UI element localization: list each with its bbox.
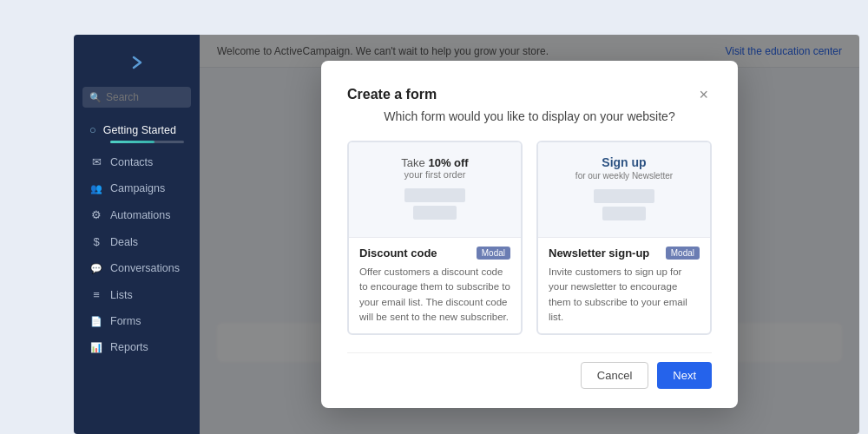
newsletter-preview: Sign up for our weekly Newsletter xyxy=(538,142,710,238)
sidebar-item-getting-started[interactable]: ○ Getting Started xyxy=(77,118,196,148)
newsletter-card-title: Newsletter sign-up xyxy=(549,247,649,260)
modal-overlay: Create a form × Which form would you lik… xyxy=(200,35,859,434)
discount-code-card[interactable]: Take 10% off your first order Discount c… xyxy=(347,141,523,335)
cancel-button[interactable]: Cancel xyxy=(581,362,648,389)
preview-percent-text: 10% off xyxy=(428,156,468,169)
sidebar-item-conversations[interactable]: 💬 Conversations xyxy=(77,255,196,281)
sidebar-item-automations[interactable]: ⚙ Automations xyxy=(77,201,196,228)
getting-started-icon: ○ xyxy=(89,123,96,136)
sidebar-item-campaigns[interactable]: 👥 Campaigns xyxy=(77,175,196,201)
sidebar-item-label: Reports xyxy=(110,341,148,353)
sidebar-item-deals[interactable]: $ Deals xyxy=(77,228,196,255)
next-button[interactable]: Next xyxy=(657,362,712,389)
discount-card-badge: Modal xyxy=(477,247,510,260)
newsletter-signup-card[interactable]: Sign up for our weekly Newsletter Newsle… xyxy=(536,141,712,335)
progress-bar-fill xyxy=(110,141,155,143)
search-icon: 🔍 xyxy=(89,92,102,103)
sidebar-item-contacts[interactable]: ✉ Contacts xyxy=(77,148,196,175)
signup-input-mock-1 xyxy=(594,189,654,203)
create-form-modal: Create a form × Which form would you lik… xyxy=(321,61,738,408)
sidebar-item-label: Getting Started xyxy=(103,124,176,136)
discount-card-title: Discount code xyxy=(359,247,437,260)
search-input[interactable] xyxy=(106,91,184,103)
conversations-icon: 💬 xyxy=(89,263,103,274)
discount-preview: Take 10% off your first order xyxy=(349,142,521,238)
sidebar-item-lists[interactable]: ≡ Lists xyxy=(77,281,196,308)
discount-card-desc: Offer customers a discount code to encou… xyxy=(359,265,510,325)
sidebar: 🔍 ○ Getting Started ✉ Contacts 👥 Campaig… xyxy=(74,35,200,434)
modal-header: Create a form × xyxy=(347,85,712,104)
modal-footer: Cancel Next xyxy=(347,352,712,389)
contacts-icon: ✉ xyxy=(89,155,103,168)
sidebar-item-reports[interactable]: 📊 Reports xyxy=(77,334,196,360)
newsletter-card-desc: Invite customers to sign up for your new… xyxy=(549,265,700,325)
deals-icon: $ xyxy=(89,235,103,248)
campaigns-icon: 👥 xyxy=(89,183,103,194)
reports-icon: 📊 xyxy=(89,342,103,353)
signup-input-mock-2 xyxy=(602,207,646,220)
preview-input-mock-2 xyxy=(413,206,457,220)
preview-input-mock-1 xyxy=(404,188,465,202)
sidebar-item-label: Lists xyxy=(110,289,133,301)
preview-take-text: Take xyxy=(401,156,428,169)
sidebar-item-label: Contacts xyxy=(110,156,153,168)
sidebar-item-label: Campaigns xyxy=(110,182,165,194)
form-card-list: Take 10% off your first order Discount c… xyxy=(347,141,712,335)
newsletter-card-body: Newsletter sign-up Modal Invite customer… xyxy=(538,238,710,333)
sidebar-item-label: Deals xyxy=(110,236,138,248)
preview-sub-text: your first order xyxy=(401,169,468,180)
newsletter-card-badge: Modal xyxy=(666,247,700,260)
automations-icon: ⚙ xyxy=(89,208,103,221)
modal-close-button[interactable]: × xyxy=(695,85,712,104)
search-box[interactable]: 🔍 xyxy=(82,87,191,108)
sidebar-item-label: Automations xyxy=(110,209,170,221)
sidebar-item-forms[interactable]: 📄 Forms xyxy=(77,308,196,334)
signup-preview-sub: for our weekly Newsletter xyxy=(575,171,673,181)
sidebar-item-label: Forms xyxy=(110,315,141,327)
signup-preview-title: Sign up xyxy=(575,155,673,169)
progress-bar-track xyxy=(110,141,184,143)
sidebar-item-label: Conversations xyxy=(110,262,180,274)
lists-icon: ≡ xyxy=(89,288,103,301)
modal-subtitle: Which form would you like to display on … xyxy=(347,109,712,123)
app-logo xyxy=(74,45,200,87)
discount-card-body: Discount code Modal Offer customers a di… xyxy=(349,238,521,333)
forms-icon: 📄 xyxy=(89,316,103,327)
modal-title: Create a form xyxy=(347,87,437,102)
